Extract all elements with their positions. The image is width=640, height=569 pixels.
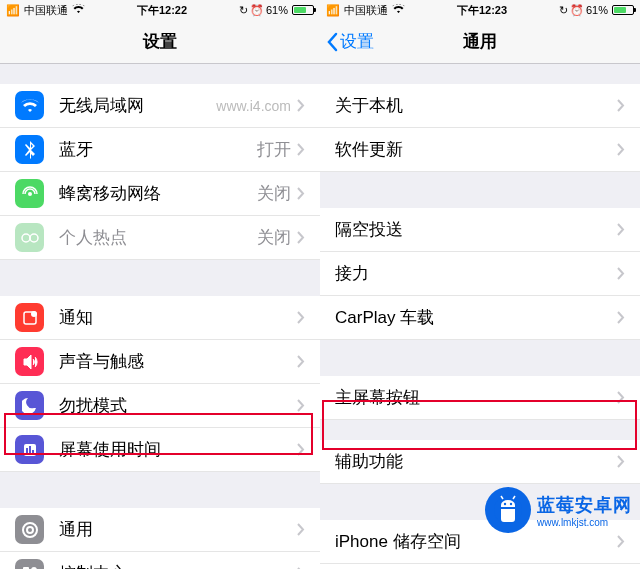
alarm-icon: ⏰ (250, 4, 264, 17)
row-cellular[interactable]: 蜂窝移动网络 关闭 (0, 172, 320, 216)
chevron-right-icon (617, 455, 625, 468)
chevron-right-icon (297, 443, 305, 456)
row-screentime[interactable]: 屏幕使用时间 (0, 428, 320, 472)
nav-bar: 设置 通用 (320, 20, 640, 64)
general-list-3: 主屏幕按钮 (320, 376, 640, 420)
cellular-icon (15, 179, 44, 208)
row-label: 通用 (59, 518, 297, 541)
row-label: iPhone 储存空间 (335, 530, 617, 553)
notifications-icon (15, 303, 44, 332)
phone-settings: 📶 中国联通 下午12:22 ↻ ⏰ 61% 设置 无线局域网 www.i4.c… (0, 0, 320, 569)
row-bluetooth[interactable]: 蓝牙 打开 (0, 128, 320, 172)
svg-point-0 (28, 192, 32, 196)
svg-point-4 (31, 311, 37, 317)
svg-point-20 (510, 503, 512, 505)
battery-pct: 61% (266, 4, 288, 16)
row-value: 关闭 (257, 182, 291, 205)
row-software-update[interactable]: 软件更新 (320, 128, 640, 172)
chevron-right-icon (297, 231, 305, 244)
svg-point-10 (27, 527, 33, 533)
settings-list-3: 通用 控制中心 AA 显示与亮度 墙纸 (0, 508, 320, 569)
row-control-center[interactable]: 控制中心 (0, 552, 320, 569)
battery-icon (610, 5, 634, 15)
brand-logo: 蓝莓安卓网 www.lmkjst.com (485, 487, 632, 533)
general-list: 关于本机 软件更新 (320, 84, 640, 172)
status-time: 下午12:23 (405, 3, 559, 18)
svg-point-1 (22, 234, 30, 242)
row-bg-refresh[interactable]: 后台应用刷新 (320, 564, 640, 569)
watermark: www.i4.com (216, 98, 291, 114)
row-carplay[interactable]: CarPlay 车载 (320, 296, 640, 340)
spacer (320, 64, 640, 84)
brand-name: 蓝莓安卓网 (537, 493, 632, 517)
row-label: 通知 (59, 306, 297, 329)
row-value: 关闭 (257, 226, 291, 249)
row-label: 隔空投送 (335, 218, 617, 241)
row-label: 控制中心 (59, 562, 297, 569)
row-general[interactable]: 通用 (0, 508, 320, 552)
row-about[interactable]: 关于本机 (320, 84, 640, 128)
chevron-right-icon (617, 223, 625, 236)
chevron-right-icon (297, 187, 305, 200)
svg-rect-6 (26, 448, 28, 454)
row-wifi[interactable]: 无线局域网 www.i4.com (0, 84, 320, 128)
row-label: 无线局域网 (59, 94, 216, 117)
spacer (320, 172, 640, 208)
signal-icon: 📶 (6, 4, 20, 17)
row-label: 勿扰模式 (59, 394, 297, 417)
gear-icon (15, 515, 44, 544)
chevron-right-icon (617, 99, 625, 112)
spacer (320, 420, 640, 440)
chevron-right-icon (297, 399, 305, 412)
chevron-right-icon (297, 311, 305, 324)
row-airdrop[interactable]: 隔空投送 (320, 208, 640, 252)
loop-icon: ↻ (239, 4, 248, 17)
battery-pct: 61% (586, 4, 608, 16)
loop-icon: ↻ (559, 4, 568, 17)
spacer (0, 64, 320, 84)
row-label: 个人热点 (59, 226, 257, 249)
alarm-icon: ⏰ (570, 4, 584, 17)
row-label: 屏幕使用时间 (59, 438, 297, 461)
chevron-right-icon (297, 99, 305, 112)
status-bar: 📶 中国联通 下午12:22 ↻ ⏰ 61% (0, 0, 320, 20)
svg-rect-8 (32, 450, 34, 454)
phone-general: 📶 中国联通 下午12:23 ↻ ⏰ 61% 设置 通用 关于本机 软件更新 (320, 0, 640, 569)
row-dnd[interactable]: 勿扰模式 (0, 384, 320, 428)
signal-icon: 📶 (326, 4, 340, 17)
row-value: 打开 (257, 138, 291, 161)
spacer (320, 340, 640, 376)
row-hotspot[interactable]: 个人热点 关闭 (0, 216, 320, 260)
row-sounds[interactable]: 声音与触感 (0, 340, 320, 384)
row-label: 主屏幕按钮 (335, 386, 617, 409)
chevron-right-icon (617, 311, 625, 324)
page-title: 设置 (0, 30, 320, 53)
settings-list-2: 通知 声音与触感 勿扰模式 屏幕使用时间 (0, 296, 320, 472)
row-label: 蓝牙 (59, 138, 257, 161)
row-label: 软件更新 (335, 138, 617, 161)
spacer (0, 260, 320, 296)
chevron-right-icon (617, 535, 625, 548)
general-list-2: 隔空投送 接力 CarPlay 车载 (320, 208, 640, 340)
hotspot-icon (15, 223, 44, 252)
row-accessibility[interactable]: 辅助功能 (320, 440, 640, 484)
svg-point-9 (23, 523, 37, 537)
spacer (0, 472, 320, 508)
chevron-right-icon (617, 143, 625, 156)
general-list-4: 辅助功能 (320, 440, 640, 484)
row-label: 蜂窝移动网络 (59, 182, 257, 205)
nav-bar: 设置 (0, 20, 320, 64)
wifi-icon (392, 4, 405, 16)
settings-list: 无线局域网 www.i4.com 蓝牙 打开 蜂窝移动网络 关闭 个人热点 关闭 (0, 84, 320, 260)
row-label: CarPlay 车载 (335, 306, 617, 329)
bluetooth-icon (15, 135, 44, 164)
chevron-right-icon (297, 143, 305, 156)
status-time: 下午12:22 (85, 3, 239, 18)
status-bar: 📶 中国联通 下午12:23 ↻ ⏰ 61% (320, 0, 640, 20)
battery-icon (290, 5, 314, 15)
wifi-icon (15, 91, 44, 120)
row-notifications[interactable]: 通知 (0, 296, 320, 340)
row-handoff[interactable]: 接力 (320, 252, 640, 296)
row-home-button[interactable]: 主屏幕按钮 (320, 376, 640, 420)
chevron-right-icon (297, 523, 305, 536)
